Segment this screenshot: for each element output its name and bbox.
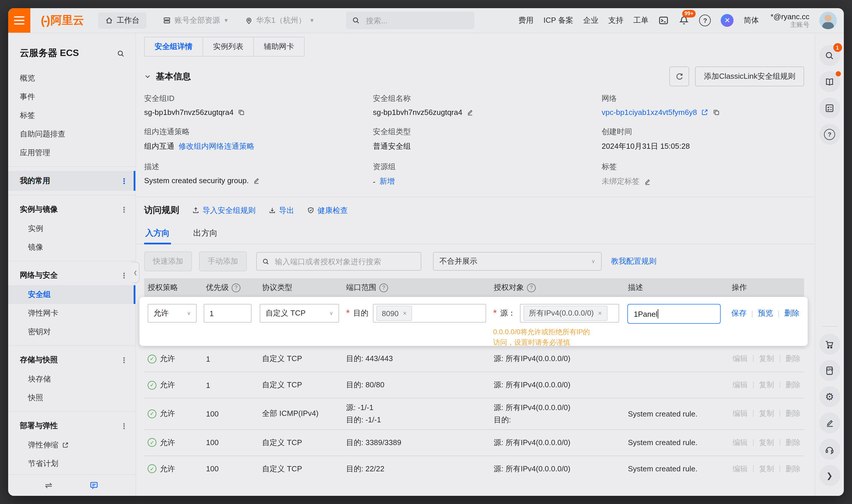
account-info[interactable]: *@ryanc.cc 主账号 (770, 12, 810, 29)
import-rules-link[interactable]: 导入安全组规则 (192, 205, 255, 216)
description-input[interactable]: 1Panel (627, 304, 721, 324)
support-link[interactable]: 支持 (608, 15, 623, 26)
add-classiclink-rule-button[interactable]: 添加ClassicLink安全组规则 (695, 67, 804, 86)
region-dropdown[interactable]: 华东1（杭州） ▼ (245, 15, 315, 26)
x-app-icon[interactable]: ✕ (721, 14, 734, 27)
protocol-select[interactable]: 自定义 TCP ∨ (260, 304, 339, 323)
collapse-sidebar-icon[interactable]: ⇌ (45, 480, 52, 490)
more-icon[interactable]: ⋮ (120, 177, 128, 185)
delete-rule-link[interactable]: 删除 (785, 464, 801, 474)
external-link-icon[interactable] (701, 108, 709, 116)
help-circle-icon[interactable]: ? (527, 283, 536, 292)
remove-tag-icon[interactable]: × (403, 309, 407, 317)
language-toggle[interactable]: 简体 (744, 15, 759, 26)
sidebar-item-keypairs[interactable]: 密钥对 (8, 323, 136, 341)
tab-secondary-enis[interactable]: 辅助网卡 (253, 37, 305, 57)
more-icon[interactable]: ⋮ (120, 272, 128, 279)
vpc-link[interactable]: vpc-bp1ciyab1xz4vt5fym6y8 (602, 108, 697, 117)
copy-rule-link[interactable]: 复制 (759, 464, 774, 474)
save-button[interactable]: 保存 (731, 308, 746, 319)
sidebar-item-troubleshoot[interactable]: 自助问题排查 (8, 125, 136, 144)
sidebar-group-instances[interactable]: 实例与镜像 ⋮ (8, 199, 136, 219)
sidebar-search-icon[interactable] (117, 49, 125, 57)
sidebar-item-security-groups[interactable]: 安全组 (8, 285, 136, 304)
tab-inbound[interactable]: 入方向 (144, 223, 171, 244)
add-resource-group-link[interactable]: 新增 (379, 176, 395, 187)
edit-rule-link[interactable]: 编辑 (732, 354, 748, 364)
avatar[interactable] (819, 12, 837, 29)
notifications-bell-icon[interactable]: 99+ (679, 15, 690, 26)
cart-icon[interactable] (819, 334, 840, 355)
help-circle-icon[interactable]: ? (379, 283, 388, 292)
edit-rule-link[interactable]: 编辑 (732, 409, 748, 419)
more-icon[interactable]: ⋮ (120, 422, 128, 430)
edit-icon[interactable] (466, 108, 474, 116)
help-circle-icon[interactable]: ? (232, 283, 241, 292)
copy-icon[interactable] (713, 108, 721, 116)
sidebar-item-autoscaling[interactable]: 弹性伸缩 (8, 436, 136, 454)
global-search[interactable] (346, 12, 475, 29)
sidebar-item-tags[interactable]: 标签 (8, 106, 136, 125)
sidebar-item-events[interactable]: 事件 (8, 88, 136, 106)
edit-icon[interactable] (253, 177, 260, 184)
copy-rule-link[interactable]: 复制 (759, 380, 774, 390)
sidebar-item-app-management[interactable]: 应用管理 (8, 144, 136, 162)
display-mode-select[interactable]: 不合并展示 ∨ (433, 252, 602, 271)
health-check-link[interactable]: 健康检查 (307, 205, 348, 216)
edit-rule-link[interactable]: 编辑 (732, 380, 748, 390)
config-help-link[interactable]: 教我配置规则 (611, 256, 657, 267)
delete-rule-link[interactable]: 删除 (785, 354, 801, 364)
settings-gear-icon[interactable]: ⚙ (819, 386, 840, 407)
refresh-button[interactable] (670, 67, 690, 86)
policy-select[interactable]: 允许 ∨ (148, 304, 197, 323)
resource-scope-dropdown[interactable]: 账号全部资源 ▼ (163, 15, 229, 26)
docs-book-icon[interactable] (819, 71, 840, 92)
delete-rule-link[interactable]: 删除 (785, 437, 801, 448)
source-tag-input[interactable]: 所有IPv4(0.0.0.0/0) × (520, 304, 619, 323)
more-icon[interactable]: ⋮ (120, 356, 128, 364)
delete-rule-link[interactable]: 删除 (785, 380, 801, 390)
sidebar-item-snapshots[interactable]: 快照 (8, 389, 136, 407)
sidebar-group-deployment[interactable]: 部署与弹性 ⋮ (8, 416, 136, 436)
hamburger-menu-button[interactable] (8, 8, 30, 33)
tab-instance-list[interactable]: 实例列表 (202, 37, 254, 57)
help-icon[interactable]: ? (699, 15, 711, 26)
sidebar-item-savings-plans[interactable]: 节省计划 (8, 454, 136, 473)
more-icon[interactable]: ⋮ (120, 205, 128, 213)
terminal-icon[interactable] (659, 15, 669, 26)
checklist-icon[interactable] (819, 97, 840, 119)
rules-search[interactable] (256, 252, 421, 271)
delete-rule-link[interactable]: 删除 (785, 409, 801, 419)
sidebar-group-storage[interactable]: 存储与快照 ⋮ (8, 350, 136, 370)
expand-panel-icon[interactable]: ❯ (819, 465, 840, 486)
mobile-app-icon[interactable]: APP (819, 360, 840, 381)
workbench-button[interactable]: 工作台 (98, 12, 146, 29)
global-search-input[interactable] (365, 16, 468, 25)
sidebar-item-instances[interactable]: 实例 (8, 219, 136, 238)
sidebar-item-block-storage[interactable]: 块存储 (8, 370, 136, 389)
port-tag-input[interactable]: 8090 × (373, 304, 486, 323)
edit-rule-link[interactable]: 编辑 (732, 437, 748, 448)
sidebar-group-favorites[interactable]: 我的常用 ⋮ (8, 171, 136, 191)
edit-icon[interactable] (644, 178, 651, 185)
panel-collapse-handle[interactable]: ❮ (132, 262, 140, 283)
priority-input[interactable] (204, 304, 251, 323)
copy-icon[interactable] (237, 108, 245, 116)
basic-info-title[interactable]: 基本信息 (144, 71, 191, 82)
delete-button[interactable]: 删除 (784, 308, 799, 319)
aliyun-logo[interactable]: (-) 阿里云 (41, 13, 84, 28)
billing-link[interactable]: 费用 (518, 15, 534, 26)
modify-policy-link[interactable]: 修改组内网络连通策略 (179, 141, 254, 152)
icp-link[interactable]: ICP 备案 (544, 15, 573, 26)
rules-search-input[interactable] (274, 256, 415, 266)
support-headset-icon[interactable] (819, 439, 840, 460)
sidebar-group-network[interactable]: 网络与安全 ⋮ (8, 266, 136, 285)
manual-add-button[interactable]: 手动添加 (199, 251, 247, 271)
survey-pencil-icon[interactable] (819, 412, 840, 433)
rail-help-icon[interactable]: ? (819, 124, 840, 145)
feedback-icon[interactable] (89, 481, 99, 490)
sidebar-item-enis[interactable]: 弹性网卡 (8, 304, 136, 323)
copy-rule-link[interactable]: 复制 (759, 437, 774, 448)
edit-rule-link[interactable]: 编辑 (732, 464, 748, 474)
preview-button[interactable]: 预览 (758, 308, 773, 319)
